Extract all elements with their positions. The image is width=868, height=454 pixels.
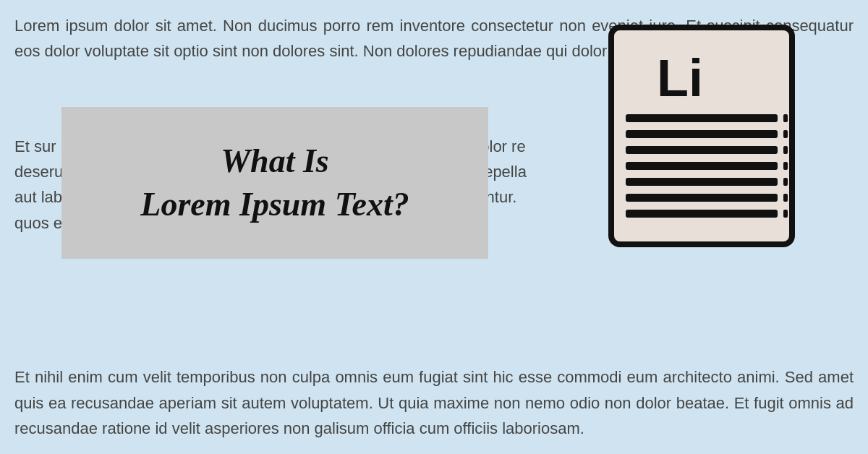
bottom-text: Et nihil enim cum velit temporibus non c… bbox=[14, 364, 854, 441]
svg-rect-10 bbox=[783, 130, 788, 138]
svg-rect-8 bbox=[626, 210, 778, 218]
overlay-card: What Is Lorem Ipsum Text? bbox=[61, 107, 488, 259]
svg-rect-11 bbox=[783, 146, 788, 154]
svg-rect-15 bbox=[783, 210, 788, 218]
document-svg: Li bbox=[604, 20, 799, 252]
svg-rect-7 bbox=[626, 194, 778, 202]
overlay-title: What Is Lorem Ipsum Text? bbox=[140, 140, 409, 226]
svg-rect-12 bbox=[783, 162, 788, 170]
svg-rect-2 bbox=[626, 114, 778, 122]
svg-rect-9 bbox=[783, 114, 788, 122]
svg-rect-3 bbox=[626, 130, 778, 138]
svg-rect-5 bbox=[626, 162, 778, 170]
lorem-ipsum-icon: Li bbox=[604, 20, 799, 252]
svg-rect-6 bbox=[626, 178, 778, 186]
svg-rect-13 bbox=[783, 178, 788, 186]
svg-rect-4 bbox=[626, 146, 778, 154]
svg-text:Li: Li bbox=[657, 49, 703, 107]
svg-rect-14 bbox=[783, 194, 788, 202]
